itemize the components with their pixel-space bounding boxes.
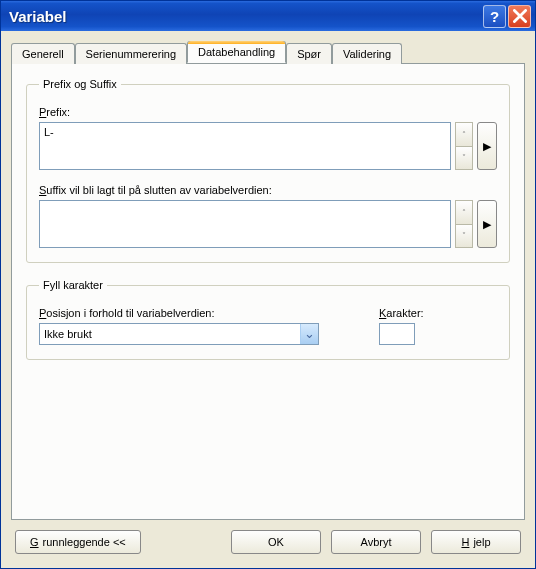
fill-char-input[interactable] — [379, 323, 415, 345]
triangle-right-icon: ▶ — [483, 140, 491, 153]
fill-position-col: Posisjon i forhold til variabelverdien: … — [39, 303, 319, 345]
group-prefix-suffix-legend: Prefix og Suffix — [39, 78, 121, 90]
group-fill-character-legend: Fyll karakter — [39, 279, 107, 291]
close-icon — [513, 9, 527, 23]
prefix-spin-down[interactable]: ˅ — [455, 146, 473, 171]
suffix-label: Suffix vil bli lagt til på slutten av va… — [39, 184, 497, 196]
prefix-row: ˄ ˅ ▶ — [39, 122, 497, 170]
tabpanel-databehandling: Prefix og Suffix Prefix: ˄ ˅ ▶ Suffix vi… — [11, 63, 525, 520]
dialog-window: Variabel ? Generell Serienummerering Dat… — [0, 0, 536, 569]
tabstrip: Generell Serienummerering Databehandling… — [11, 41, 525, 63]
fill-position-value: Ikke brukt — [40, 328, 300, 340]
fill-char-label: Karakter: — [379, 307, 424, 319]
triangle-right-icon: ▶ — [483, 218, 491, 231]
suffix-input[interactable] — [39, 200, 451, 248]
help-icon: ? — [490, 8, 499, 25]
window-title: Variabel — [9, 8, 481, 25]
help-button[interactable]: Hjelp — [431, 530, 521, 554]
tab-spor[interactable]: Spør — [286, 43, 332, 64]
chevron-down-icon: ˅ — [462, 153, 466, 162]
titlebar: Variabel ? — [1, 1, 535, 31]
prefix-input[interactable] — [39, 122, 451, 170]
tab-databehandling[interactable]: Databehandling — [187, 41, 286, 63]
chevron-up-icon: ˄ — [462, 208, 466, 217]
prefix-label: Prefix: — [39, 106, 497, 118]
fill-position-dropdown-button[interactable]: ⌄ — [300, 324, 318, 344]
group-fill-character: Fyll karakter Posisjon i forhold til var… — [26, 279, 510, 360]
tab-generell[interactable]: Generell — [11, 43, 75, 64]
prefix-spin-up[interactable]: ˄ — [455, 122, 473, 146]
chevron-up-icon: ˄ — [462, 130, 466, 139]
chevron-down-icon: ˅ — [462, 231, 466, 240]
basic-toggle-button[interactable]: Grunnleggende << — [15, 530, 141, 554]
ok-button[interactable]: OK — [231, 530, 321, 554]
client-area: Generell Serienummerering Databehandling… — [1, 31, 535, 568]
prefix-spinner: ˄ ˅ — [455, 122, 473, 170]
suffix-menu-button[interactable]: ▶ — [477, 200, 497, 248]
tab-validering[interactable]: Validering — [332, 43, 402, 64]
group-prefix-suffix: Prefix og Suffix Prefix: ˄ ˅ ▶ Suffix vi… — [26, 78, 510, 263]
suffix-spin-down[interactable]: ˅ — [455, 224, 473, 249]
prefix-menu-button[interactable]: ▶ — [477, 122, 497, 170]
chevron-down-icon: ⌄ — [304, 330, 315, 338]
titlebar-help-button[interactable]: ? — [483, 5, 506, 28]
tabpanel-spacer — [26, 376, 510, 505]
dialog-button-row: Grunnleggende << OK Avbryt Hjelp — [11, 520, 525, 558]
titlebar-close-button[interactable] — [508, 5, 531, 28]
suffix-spin-up[interactable]: ˄ — [455, 200, 473, 224]
tab-serienummerering[interactable]: Serienummerering — [75, 43, 187, 64]
fill-position-label: Posisjon i forhold til variabelverdien: — [39, 307, 319, 319]
suffix-spinner: ˄ ˅ — [455, 200, 473, 248]
fill-row: Posisjon i forhold til variabelverdien: … — [39, 303, 497, 345]
cancel-button[interactable]: Avbryt — [331, 530, 421, 554]
suffix-row: ˄ ˅ ▶ — [39, 200, 497, 248]
fill-char-col: Karakter: — [379, 303, 424, 345]
fill-position-select[interactable]: Ikke brukt ⌄ — [39, 323, 319, 345]
